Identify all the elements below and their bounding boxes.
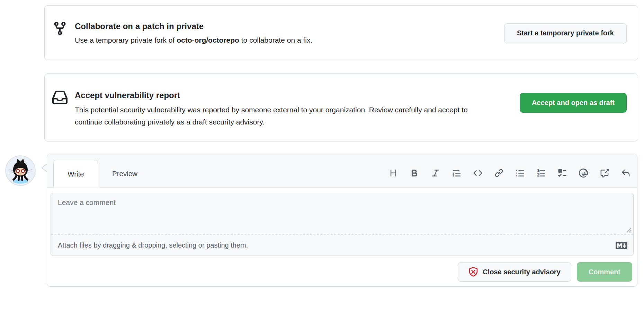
repo-name: octo-org/octorepo xyxy=(177,36,239,44)
comment-body: Attach files by dragging & dropping, sel… xyxy=(47,188,637,286)
ordered-list-icon[interactable]: 12 xyxy=(536,169,546,178)
mention-icon[interactable] xyxy=(579,169,588,178)
comment-header: Write Preview 12 xyxy=(47,154,637,188)
comment-card: Write Preview 12 xyxy=(47,154,637,287)
accept-open-draft-button[interactable]: Accept and open as draft xyxy=(520,93,627,113)
cross-reference-icon[interactable] xyxy=(600,169,609,178)
repo-forked-icon xyxy=(52,21,68,36)
comment-form-actions: Close security advisory Comment xyxy=(51,262,632,282)
comment-submit-button[interactable]: Comment xyxy=(577,262,632,282)
italic-icon[interactable] xyxy=(431,169,440,178)
write-preview-tabs: Write Preview xyxy=(53,160,151,188)
accept-card-description: This potential security vulnerability wa… xyxy=(75,104,483,128)
accept-card-title: Accept vulnerability report xyxy=(75,89,520,101)
comment-textarea[interactable] xyxy=(51,193,633,234)
heading-icon[interactable] xyxy=(388,169,398,178)
close-advisory-button[interactable]: Close security advisory xyxy=(458,262,571,282)
markdown-icon[interactable] xyxy=(615,240,628,251)
inbox-icon xyxy=(52,90,68,105)
start-private-fork-button[interactable]: Start a temporary private fork xyxy=(504,23,627,43)
comment-composer-row: Write Preview 12 xyxy=(5,154,637,287)
attach-hint: Attach files by dragging & dropping, sel… xyxy=(58,241,248,249)
shield-x-icon xyxy=(468,267,478,277)
avatar[interactable] xyxy=(5,155,36,186)
fork-card-title: Collaborate on a patch in private xyxy=(75,20,504,32)
tab-write[interactable]: Write xyxy=(53,160,98,188)
attach-files-bar[interactable]: Attach files by dragging & dropping, sel… xyxy=(51,234,633,256)
tab-preview[interactable]: Preview xyxy=(98,160,151,188)
private-fork-card: Collaborate on a patch in private Use a … xyxy=(44,5,638,60)
comment-input-box: Attach files by dragging & dropping, sel… xyxy=(51,193,634,256)
markdown-toolbar: 12 xyxy=(388,160,630,188)
link-icon[interactable] xyxy=(494,169,503,178)
quote-icon[interactable] xyxy=(452,169,461,178)
tasklist-icon[interactable] xyxy=(557,169,567,178)
resize-handle-icon[interactable] xyxy=(626,227,632,234)
accept-report-card: Accept vulnerability report This potenti… xyxy=(44,74,638,141)
reply-icon[interactable] xyxy=(621,169,630,178)
bold-icon[interactable] xyxy=(410,169,419,178)
code-icon[interactable] xyxy=(473,169,482,178)
fork-card-description: Use a temporary private fork of octo-org… xyxy=(75,34,504,46)
svg-text:2: 2 xyxy=(537,173,539,178)
unordered-list-icon[interactable] xyxy=(515,169,525,178)
